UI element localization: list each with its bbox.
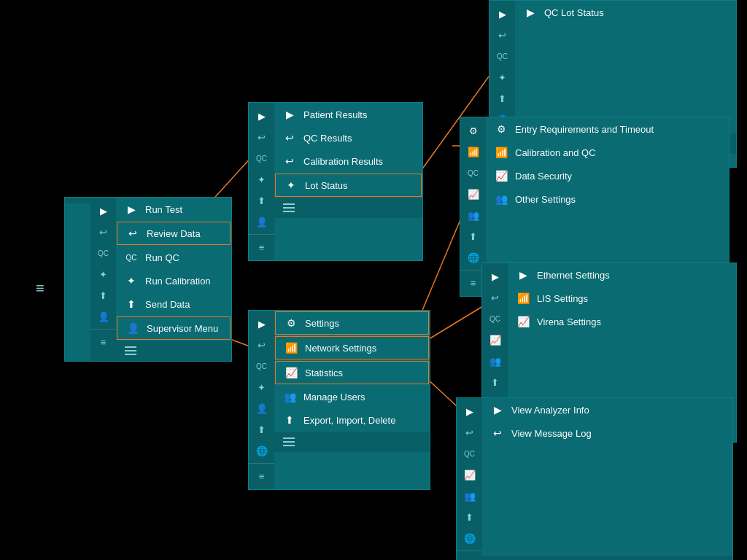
cal-qc-icon: 📶 xyxy=(493,147,509,158)
sup-hamburger[interactable] xyxy=(282,436,422,448)
run-test-row[interactable]: ▶ Run Test xyxy=(116,198,231,221)
supervisor-menu-panel: ▶ ↩ QC ✦ 👤 ⬆ 🌐 ≡ ⚙ Settings 📶 Network Se… xyxy=(248,310,430,490)
main-hamburger[interactable] xyxy=(123,345,224,357)
main-menu-panel: ▶ ↩ QC ✦ ⬆ 👤 ≡ ▶ Run Test ↩ Review Data … xyxy=(64,197,232,362)
ethernet-settings-row[interactable]: ▶ Ethernet Settings xyxy=(508,263,736,287)
net-icon-qc[interactable]: QC xyxy=(484,308,506,329)
supervisor-icon: 👤 xyxy=(125,322,141,334)
sup-icon-hamburger[interactable]: ≡ xyxy=(251,466,273,486)
view-message-row[interactable]: ↩ View Message Log xyxy=(482,421,732,445)
virena-settings-row[interactable]: 📈 Virena Settings xyxy=(508,310,736,333)
sup-icon-qc[interactable]: QC xyxy=(251,356,273,376)
view-analyzer-row[interactable]: ▶ View Analyzer Info xyxy=(482,398,732,421)
rd-icon-qc[interactable]: QC xyxy=(251,148,273,168)
lis-icon: 📶 xyxy=(515,292,531,304)
er-icon-user2[interactable]: 👥 xyxy=(462,205,484,225)
stat-icon-user[interactable]: 👥 xyxy=(459,486,481,506)
supervisor-menu-row[interactable]: 👤 Supervisor Menu xyxy=(117,316,231,340)
manage-users-icon: 👥 xyxy=(282,391,298,402)
main-icon-hamburger[interactable]: ≡ xyxy=(93,332,115,352)
message-icon: ↩ xyxy=(489,427,506,439)
er-icon-chart[interactable]: 📈 xyxy=(462,184,484,204)
stat-icon-hamburger[interactable]: ≡ xyxy=(459,553,481,560)
ls-icon-plus[interactable]: ✦ xyxy=(492,67,514,88)
data-sec-icon: 📈 xyxy=(493,170,509,182)
rd-icon-upload[interactable]: ⬆ xyxy=(251,190,273,211)
er-icon-gear[interactable]: ⚙ xyxy=(462,120,484,141)
entry-req-label: Entry Requirements and Timeout xyxy=(515,124,654,135)
net-icon-undo[interactable]: ↩ xyxy=(484,287,506,308)
send-data-row[interactable]: ⬆ Send Data xyxy=(116,292,231,316)
rd-hamburger[interactable] xyxy=(282,202,415,214)
qc-results-row[interactable]: ↩ QC Results xyxy=(274,126,422,149)
rd-icon-user[interactable]: 👤 xyxy=(251,211,273,232)
qcls-icon: ▶ xyxy=(522,7,538,18)
manage-users-row[interactable]: 👥 Manage Users xyxy=(274,385,430,408)
er-icon-qc[interactable]: QC xyxy=(462,163,484,183)
sup-icon-play[interactable]: ▶ xyxy=(251,314,273,334)
rd-icon-hamburger[interactable]: ≡ xyxy=(251,237,273,257)
sup-icon-user[interactable]: 👤 xyxy=(251,398,273,419)
calibration-results-row[interactable]: ↩ Calibration Results xyxy=(274,149,422,173)
data-security-row[interactable]: 📈 Data Security xyxy=(486,164,729,187)
other-settings-row[interactable]: 👥 Other Settings xyxy=(486,187,729,211)
other-settings-label: Other Settings xyxy=(515,194,576,205)
stat-icon-export[interactable]: ⬆ xyxy=(459,507,481,527)
run-calibration-row[interactable]: ✦ Run Calibration xyxy=(116,269,231,292)
stat-icon-play[interactable]: ▶ xyxy=(459,401,481,421)
run-qc-row[interactable]: QC Run QC xyxy=(116,246,231,269)
statistics-row[interactable]: 📈 Statistics xyxy=(275,361,429,384)
patient-results-row[interactable]: ▶ Patient Results xyxy=(274,103,422,126)
qc-lot-status-row[interactable]: ▶ QC Lot Status xyxy=(515,1,736,24)
net-icon-export[interactable]: ⬆ xyxy=(484,372,506,392)
er-icon-export[interactable]: ⬆ xyxy=(462,226,484,246)
lot-status-row[interactable]: ✦ Lot Status xyxy=(275,174,422,197)
run-qc-label: Run QC xyxy=(145,252,179,263)
settings-row[interactable]: ⚙ Settings xyxy=(275,311,429,335)
lot-status-icon: ✦ xyxy=(283,179,299,191)
stat-icon-undo[interactable]: ↩ xyxy=(459,422,481,443)
net-icon-chart[interactable]: 📈 xyxy=(484,330,506,350)
er-icon-tree[interactable]: 🌐 xyxy=(462,247,484,268)
run-test-label: Run Test xyxy=(145,204,182,215)
ls-icon-play[interactable]: ▶ xyxy=(492,4,514,24)
export-import-row[interactable]: ⬆ Export, Import, Delete xyxy=(274,408,430,432)
sup-icon-export[interactable]: ⬆ xyxy=(251,419,273,440)
statistics-icon: 📈 xyxy=(283,367,299,378)
ls-icon-qc[interactable]: QC xyxy=(492,46,514,66)
rd-icon-play[interactable]: ▶ xyxy=(251,106,273,126)
sup-icon-calibrate[interactable]: ✦ xyxy=(251,377,273,397)
statistics-label: Statistics xyxy=(305,368,343,378)
rd-icon-undo[interactable]: ↩ xyxy=(251,127,273,147)
rd-icon-calibrate[interactable]: ✦ xyxy=(251,169,273,190)
ls-icon-upload[interactable]: ⬆ xyxy=(492,88,514,109)
ls-icon-undo[interactable]: ↩ xyxy=(492,25,514,45)
patient-icon: ▶ xyxy=(282,109,298,120)
sup-icon-tree[interactable]: 🌐 xyxy=(251,440,273,461)
data-security-label: Data Security xyxy=(515,171,572,182)
sup-icon-undo[interactable]: ↩ xyxy=(251,335,273,355)
main-icon-qc[interactable]: QC xyxy=(93,243,115,263)
net-icon-user[interactable]: 👥 xyxy=(484,351,506,371)
main-icon-user[interactable]: 👤 xyxy=(93,306,115,327)
calibration-qc-label: Calibration and QC xyxy=(515,147,596,158)
ethernet-label: Ethernet Settings xyxy=(537,270,610,281)
net-icon-play[interactable]: ▶ xyxy=(484,266,506,287)
er-icon-hamburger[interactable]: ≡ xyxy=(462,273,484,293)
main-hamburger-button[interactable]: ≡ xyxy=(33,277,47,300)
entry-req-row[interactable]: ⚙ Entry Requirements and Timeout xyxy=(486,117,729,141)
review-data-label: Review Data xyxy=(147,228,201,239)
stat-icon-chart[interactable]: 📈 xyxy=(459,464,481,485)
lis-settings-row[interactable]: 📶 LIS Settings xyxy=(508,287,736,310)
main-icon-upload[interactable]: ⬆ xyxy=(93,285,115,306)
stat-icon-tree[interactable]: 🌐 xyxy=(459,528,481,548)
main-icon-play[interactable]: ▶ xyxy=(93,201,115,221)
network-settings-row[interactable]: 📶 Network Settings xyxy=(275,336,429,359)
er-icon-wifi[interactable]: 📶 xyxy=(462,141,484,162)
main-icon-calibrate[interactable]: ✦ xyxy=(93,264,115,284)
send-data-label: Send Data xyxy=(145,299,190,310)
calibration-qc-row[interactable]: 📶 Calibration and QC xyxy=(486,141,729,164)
stat-icon-qc[interactable]: QC xyxy=(459,443,481,464)
review-data-row[interactable]: ↩ Review Data xyxy=(117,222,231,245)
main-icon-undo[interactable]: ↩ xyxy=(93,222,115,242)
